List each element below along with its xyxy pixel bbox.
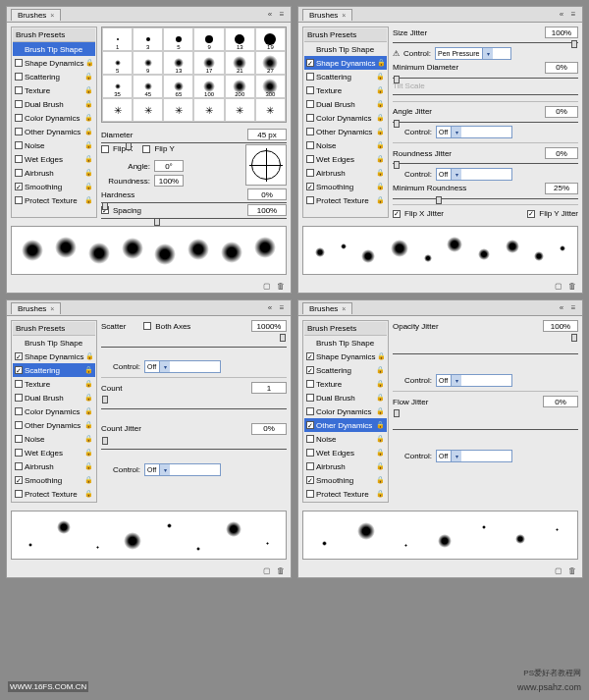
checkbox[interactable] [15,490,23,498]
checkbox[interactable] [306,196,314,204]
sidebar-item[interactable]: Wet Edges🔒 [304,152,387,166]
sidebar-item[interactable]: Color Dynamics🔒 [13,111,95,125]
brush-cell[interactable]: 300 [255,75,286,98]
checkbox[interactable] [15,380,23,388]
control2-select[interactable]: Off▾ [436,126,512,138]
new-icon[interactable]: ▢ [555,566,562,575]
checkbox[interactable] [306,380,314,388]
both-axes-checkbox[interactable] [143,322,151,330]
hardness-input[interactable]: 0% [247,188,287,200]
brush-cell[interactable]: ✳ [133,98,163,122]
min-diam-input[interactable]: 0% [545,62,578,74]
op-jitter-slider[interactable] [393,334,578,372]
checkbox[interactable] [306,407,314,415]
checkbox[interactable] [15,462,23,470]
checkbox[interactable] [306,100,314,108]
scatter-input[interactable]: 1000% [251,320,287,332]
sidebar-item[interactable]: Scattering🔒 [13,70,95,83]
close-icon[interactable]: × [50,305,54,312]
sidebar-item[interactable]: Texture🔒 [304,377,387,391]
brushes-tab[interactable]: Brushes× [11,9,61,21]
spacing-input[interactable]: 100% [247,204,287,216]
angle-jitter-slider[interactable] [393,120,578,125]
checkbox[interactable] [306,449,314,457]
sidebar-item[interactable]: Color Dynamics🔒 [13,404,95,418]
checkbox[interactable] [306,128,314,135]
count-slider[interactable] [101,396,287,420]
menu-icon[interactable]: ≡ [568,10,578,20]
sidebar-item[interactable]: Other Dynamics🔒 [13,418,95,432]
checkbox[interactable] [306,59,314,67]
brush-cell[interactable]: 3 [133,27,163,51]
sidebar-item[interactable]: Protect Texture🔒 [13,193,95,207]
op-jitter-input[interactable]: 100% [543,320,578,332]
brush-cell[interactable]: 100 [193,75,224,98]
brush-presets-header[interactable]: Brush Presets [13,28,95,42]
checkbox[interactable] [15,114,23,122]
sidebar-item[interactable]: Airbrush🔒 [304,166,387,180]
sidebar-item[interactable]: Smoothing🔒 [304,473,387,487]
brush-cell[interactable]: ✳ [163,98,193,122]
checkbox[interactable] [306,141,314,149]
sidebar-item[interactable]: Smoothing🔒 [304,180,387,193]
brush-cell[interactable]: ✳ [255,98,286,122]
sidebar-item[interactable]: Texture🔒 [13,377,95,391]
brush-cell[interactable]: 13 [225,27,255,51]
new-icon[interactable]: ▢ [263,566,271,575]
trash-icon[interactable]: 🗑 [277,282,285,291]
op-control-select[interactable]: Off▾ [436,374,512,387]
sidebar-item[interactable]: Shape Dynamics🔒 [304,350,387,363]
sidebar-item[interactable]: Dual Brush🔒 [304,391,387,404]
sidebar-item[interactable]: Shape Dynamics🔒 [304,56,387,70]
brush-cell[interactable]: 5 [163,27,193,51]
sidebar-item[interactable]: Protect Texture🔒 [304,487,387,501]
arrow-icon[interactable]: « [557,10,566,20]
sidebar-item[interactable]: Shape Dynamics🔒 [13,56,95,70]
sidebar-item[interactable]: Color Dynamics🔒 [304,404,387,418]
brush-cell[interactable]: 65 [163,75,193,98]
brush-cell[interactable]: 9 [193,27,224,51]
close-icon[interactable]: × [342,305,346,312]
checkbox[interactable] [306,183,314,190]
checkbox[interactable] [15,352,23,360]
checkbox[interactable] [15,421,23,429]
brush-cell[interactable]: 200 [225,75,255,98]
sidebar-item[interactable]: Wet Edges🔒 [304,446,387,459]
min-round-slider[interactable] [393,196,578,201]
scatter-control-select[interactable]: Off▾ [144,360,221,373]
brush-cell[interactable]: 35 [102,75,133,98]
new-icon[interactable]: ▢ [555,282,562,291]
sidebar-item[interactable]: Scattering🔒 [13,363,95,377]
sidebar-item[interactable]: Dual Brush🔒 [304,97,387,111]
sidebar-item[interactable]: Brush Tip Shape [13,336,95,350]
count-jitter-input[interactable]: 0% [251,423,287,435]
checkbox[interactable] [15,196,23,204]
sidebar-item[interactable]: Wet Edges🔒 [13,152,95,166]
diameter-input[interactable]: 45 px [247,129,287,140]
checkbox[interactable] [15,366,23,374]
checkbox[interactable] [15,141,23,149]
brush-cell[interactable]: 9 [133,51,163,75]
sidebar-item[interactable]: Other Dynamics🔒 [304,125,387,138]
min-round-input[interactable]: 25% [545,183,578,194]
sidebar-item[interactable]: Scattering🔒 [304,363,387,377]
brush-cell[interactable]: 5 [102,51,133,75]
size-jitter-slider[interactable] [393,40,578,45]
checkbox[interactable] [15,59,23,67]
checkbox[interactable] [306,86,314,94]
sidebar-item[interactable]: Shape Dynamics🔒 [13,350,95,363]
trash-icon[interactable]: 🗑 [568,282,576,291]
sidebar-item[interactable]: Airbrush🔒 [13,166,95,180]
angle-input[interactable]: 0° [154,160,184,172]
brushes-tab[interactable]: Brushes× [11,302,61,314]
menu-icon[interactable]: ≡ [277,303,287,313]
sidebar-item[interactable]: Other Dynamics🔒 [304,418,387,432]
arrow-icon[interactable]: « [557,303,566,313]
brush-presets-header[interactable]: Brush Presets [304,28,387,42]
min-diam-slider[interactable] [393,76,578,81]
round-jitter-input[interactable]: 0% [545,147,578,159]
arrow-icon[interactable]: « [265,303,275,313]
sidebar-item[interactable]: Airbrush🔒 [304,459,387,473]
angle-jitter-input[interactable]: 0% [545,106,578,118]
checkbox[interactable] [306,155,314,163]
